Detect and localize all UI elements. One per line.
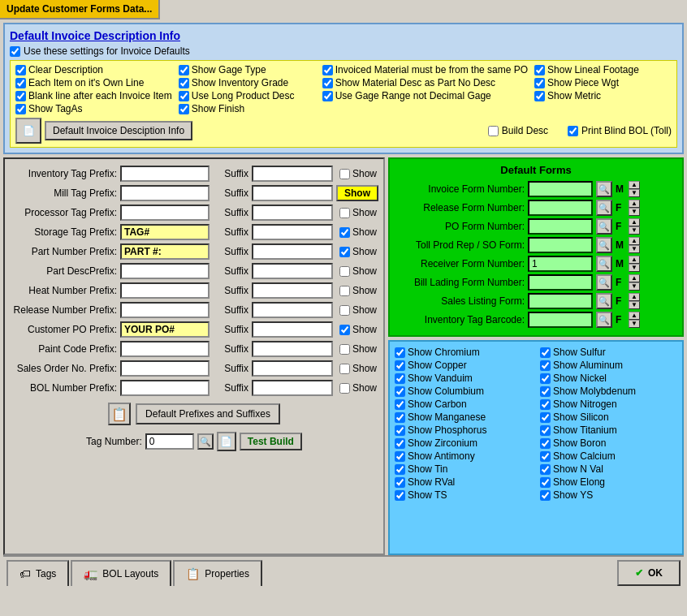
- checkbox-eachItem[interactable]: [15, 78, 26, 88]
- form-input-4[interactable]: [528, 256, 593, 272]
- suffix-input-10[interactable]: [252, 360, 333, 377]
- suffix-input-3[interactable]: [252, 224, 333, 240]
- form-input-0[interactable]: [528, 181, 593, 197]
- element-checkbox-9[interactable]: [540, 399, 551, 410]
- checkbox-clearDesc[interactable]: [15, 65, 26, 75]
- checkbox-showFinish[interactable]: [179, 104, 189, 114]
- checkbox-blankLine[interactable]: [15, 91, 26, 101]
- element-checkbox-22[interactable]: [395, 490, 405, 501]
- spin-up-5[interactable]: ▲: [629, 274, 640, 282]
- element-checkbox-11[interactable]: [540, 412, 551, 423]
- spin-up-3[interactable]: ▲: [629, 237, 640, 245]
- element-checkbox-16[interactable]: [395, 451, 405, 462]
- prefix-input-5[interactable]: [120, 263, 210, 279]
- element-checkbox-5[interactable]: [540, 373, 551, 384]
- tag-number-input[interactable]: [145, 433, 194, 450]
- element-checkbox-23[interactable]: [540, 490, 551, 501]
- element-checkbox-20[interactable]: [395, 477, 405, 488]
- element-checkbox-19[interactable]: [540, 464, 551, 475]
- spin-up-1[interactable]: ▲: [629, 200, 640, 208]
- print-blind-checkbox[interactable]: [568, 126, 578, 136]
- spin-up-6[interactable]: ▲: [629, 293, 640, 301]
- element-checkbox-3[interactable]: [540, 360, 551, 371]
- suffix-input-7[interactable]: [252, 302, 333, 318]
- checkbox-invoicedMaterial[interactable]: [322, 65, 333, 75]
- spin-down-0[interactable]: ▼: [629, 189, 640, 197]
- form-search-btn-2[interactable]: 🔍: [596, 218, 612, 235]
- form-input-5[interactable]: [528, 274, 593, 291]
- prefix-input-7[interactable]: [120, 302, 210, 318]
- spin-down-3[interactable]: ▼: [629, 245, 640, 253]
- element-checkbox-4[interactable]: [395, 373, 405, 384]
- default-invoice-btn[interactable]: Default Invoice Desciption Info: [45, 121, 192, 140]
- ok-btn[interactable]: ✔ OK: [617, 560, 681, 586]
- prefix-input-6[interactable]: [120, 282, 210, 299]
- form-input-7[interactable]: [528, 312, 593, 328]
- default-prefixes-btn[interactable]: Default Prefixes and Suffixes: [136, 403, 280, 424]
- suffix-input-0[interactable]: [252, 166, 333, 182]
- show-btn-1[interactable]: Show: [336, 185, 378, 201]
- form-search-btn-4[interactable]: 🔍: [596, 256, 612, 272]
- spin-down-5[interactable]: ▼: [629, 282, 640, 291]
- prefix-input-11[interactable]: [120, 380, 210, 396]
- spin-down-2[interactable]: ▼: [629, 226, 640, 235]
- spin-up-2[interactable]: ▲: [629, 218, 640, 226]
- suffix-input-6[interactable]: [252, 282, 333, 299]
- form-search-btn-7[interactable]: 🔍: [596, 312, 612, 328]
- suffix-input-2[interactable]: [252, 205, 333, 221]
- tab-tags[interactable]: 🏷Tags: [6, 560, 69, 586]
- spin-up-0[interactable]: ▲: [629, 181, 640, 189]
- element-checkbox-12[interactable]: [395, 425, 405, 436]
- show-checkbox-4[interactable]: [339, 247, 350, 257]
- suffix-input-4[interactable]: [252, 243, 333, 260]
- checkbox-showPiece[interactable]: [534, 78, 545, 88]
- suffix-input-8[interactable]: [252, 321, 333, 338]
- form-search-btn-3[interactable]: 🔍: [596, 237, 612, 253]
- suffix-input-5[interactable]: [252, 263, 333, 279]
- prefix-input-0[interactable]: [120, 166, 210, 182]
- show-checkbox-0[interactable]: [339, 169, 350, 179]
- show-checkbox-11[interactable]: [339, 383, 350, 394]
- form-search-btn-1[interactable]: 🔍: [596, 200, 612, 216]
- spin-down-7[interactable]: ▼: [629, 320, 640, 328]
- form-input-2[interactable]: [528, 218, 593, 235]
- prefix-input-3[interactable]: [120, 224, 210, 240]
- show-checkbox-2[interactable]: [339, 208, 350, 218]
- element-checkbox-17[interactable]: [540, 451, 551, 462]
- element-checkbox-8[interactable]: [395, 399, 405, 410]
- element-checkbox-7[interactable]: [540, 386, 551, 397]
- element-checkbox-13[interactable]: [540, 425, 551, 436]
- spin-down-6[interactable]: ▼: [629, 301, 640, 309]
- show-checkbox-3[interactable]: [339, 227, 350, 238]
- show-checkbox-6[interactable]: [339, 286, 350, 296]
- checkbox-showLineal[interactable]: [534, 65, 545, 75]
- tag-search-btn[interactable]: 🔍: [197, 433, 214, 450]
- show-checkbox-10[interactable]: [339, 364, 350, 374]
- spin-up-4[interactable]: ▲: [629, 256, 640, 264]
- checkbox-showGageType[interactable]: [179, 65, 189, 75]
- use-settings-checkbox[interactable]: [10, 46, 20, 57]
- build-desc-checkbox[interactable]: [488, 126, 499, 136]
- tab-bol-layouts[interactable]: 🚛BOL Layouts: [71, 560, 171, 586]
- form-search-btn-5[interactable]: 🔍: [596, 274, 612, 291]
- element-checkbox-0[interactable]: [395, 347, 405, 358]
- checkbox-showMetric[interactable]: [534, 91, 545, 101]
- spin-down-1[interactable]: ▼: [629, 208, 640, 216]
- suffix-input-1[interactable]: [252, 185, 333, 201]
- tab-properties[interactable]: 📋Properties: [173, 560, 262, 586]
- suffix-input-9[interactable]: [252, 341, 333, 357]
- checkbox-showTagAs[interactable]: [15, 104, 26, 114]
- element-checkbox-21[interactable]: [540, 477, 551, 488]
- element-checkbox-10[interactable]: [395, 412, 405, 423]
- checkbox-useLongProd[interactable]: [179, 91, 189, 101]
- show-checkbox-5[interactable]: [339, 266, 350, 277]
- spin-up-7[interactable]: ▲: [629, 312, 640, 320]
- prefix-input-8[interactable]: [120, 321, 210, 338]
- element-checkbox-18[interactable]: [395, 464, 405, 475]
- checkbox-showInventory[interactable]: [179, 78, 189, 88]
- show-checkbox-8[interactable]: [339, 325, 350, 335]
- checkbox-showMaterial[interactable]: [322, 78, 333, 88]
- prefix-input-10[interactable]: [120, 360, 210, 377]
- checkbox-useGageRange[interactable]: [322, 91, 333, 101]
- show-checkbox-9[interactable]: [339, 344, 350, 355]
